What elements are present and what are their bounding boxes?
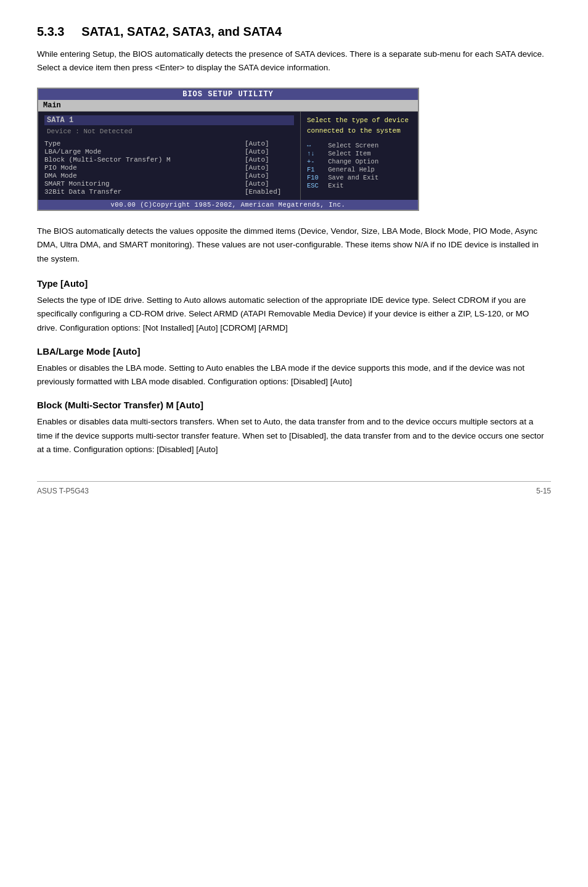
bios-key-desc: Select Screen (328, 142, 378, 149)
bios-item-value: [Auto] (245, 172, 294, 179)
bios-item-value: [Auto] (245, 164, 294, 171)
bios-item-value: [Enabled] (245, 188, 294, 196)
bios-key-guide-item: +- Change Option (307, 158, 412, 165)
bios-item-row: 32Bit Data Transfer[Enabled] (44, 188, 294, 196)
bios-item-value: [Auto] (245, 156, 294, 163)
bios-key-guide-item: F10 Save and Exit (307, 174, 412, 181)
bios-key: F1 (307, 166, 324, 173)
bios-key-guide-item: ESC Exit (307, 182, 412, 189)
intro-paragraph: While entering Setup, the BIOS automatic… (37, 47, 551, 74)
bios-help-text: Select the type of device connected to t… (307, 115, 412, 136)
bios-items-list: Type[Auto]LBA/Large Mode[Auto]Block (Mul… (44, 140, 294, 196)
bios-item-value: [Auto] (245, 148, 294, 155)
footer-left: ASUS T-P5G43 (37, 487, 89, 495)
body-paragraph: The BIOS automatically detects the value… (37, 225, 551, 266)
bios-device-line: Device : Not Detected (44, 128, 294, 135)
section-title: 5.3.3 SATA1, SATA2, SATA3, and SATA4 (37, 25, 551, 39)
bios-key-desc: Exit (328, 182, 343, 189)
bios-item-row: DMA Mode[Auto] (44, 172, 294, 179)
bios-item-name: PIO Mode (44, 164, 245, 171)
bios-body: SATA 1 Device : Not Detected Type[Auto]L… (38, 112, 418, 200)
bios-item-name: 32Bit Data Transfer (44, 188, 245, 196)
subsection-title: Type [Auto] (37, 278, 551, 289)
bios-footer: v00.00 (C)Copyright 1985-2002, American … (38, 200, 418, 210)
bios-left-panel: SATA 1 Device : Not Detected Type[Auto]L… (38, 112, 301, 200)
bios-key: ↑↓ (307, 150, 324, 157)
bios-item-row: Block (Multi-Sector Transfer) M[Auto] (44, 156, 294, 163)
bios-item-row: LBA/Large Mode[Auto] (44, 148, 294, 155)
page-footer: ASUS T-P5G43 5-15 (37, 481, 551, 495)
bios-item-value: [Auto] (245, 140, 294, 147)
bios-key-guide-item: ↔ Select Screen (307, 142, 412, 149)
bios-item-name: Type (44, 140, 245, 147)
bios-key-guide: ↔ Select Screen↑↓ Select Item+- Change O… (307, 142, 412, 189)
bios-item-name: LBA/Large Mode (44, 148, 245, 155)
subsection-body: Selects the type of IDE drive. Setting t… (37, 294, 551, 335)
bios-key: +- (307, 158, 324, 165)
bios-right-panel: Select the type of device connected to t… (301, 112, 418, 200)
subsection-title: LBA/Large Mode [Auto] (37, 346, 551, 357)
bios-key-desc: General Help (328, 166, 375, 173)
bios-key: ESC (307, 182, 324, 189)
section-number: 5.3.3 (37, 25, 64, 38)
bios-item-row: Type[Auto] (44, 140, 294, 147)
bios-section-header: SATA 1 (44, 115, 294, 125)
subsection-body: Enables or disables the LBA mode. Settin… (37, 361, 551, 389)
bios-key-desc: Save and Exit (328, 174, 378, 181)
bios-key-desc: Select Item (328, 150, 370, 157)
footer-right: 5-15 (536, 487, 551, 495)
bios-key-guide-item: F1 General Help (307, 166, 412, 173)
bios-item-row: SMART Monitoring[Auto] (44, 180, 294, 188)
subsection-body: Enables or disables data multi-sectors t… (37, 415, 551, 456)
subsections: Type [Auto]Selects the type of IDE drive… (37, 278, 551, 456)
bios-item-name: Block (Multi-Sector Transfer) M (44, 156, 245, 163)
bios-key: ↔ (307, 142, 324, 149)
bios-item-value: [Auto] (245, 180, 294, 188)
bios-item-row: PIO Mode[Auto] (44, 164, 294, 171)
bios-key: F10 (307, 174, 324, 181)
bios-key-guide-item: ↑↓ Select Item (307, 150, 412, 157)
section-title-text: SATA1, SATA2, SATA3, and SATA4 (81, 25, 282, 38)
bios-screenshot: BIOS SETUP UTILITY Main SATA 1 Device : … (37, 88, 419, 211)
bios-menu-bar: Main (38, 100, 418, 112)
bios-title-bar: BIOS SETUP UTILITY (38, 89, 418, 100)
bios-item-name: DMA Mode (44, 172, 245, 179)
subsection-title: Block (Multi-Sector Transfer) M [Auto] (37, 400, 551, 410)
bios-item-name: SMART Monitoring (44, 180, 245, 188)
bios-key-desc: Change Option (328, 158, 378, 165)
